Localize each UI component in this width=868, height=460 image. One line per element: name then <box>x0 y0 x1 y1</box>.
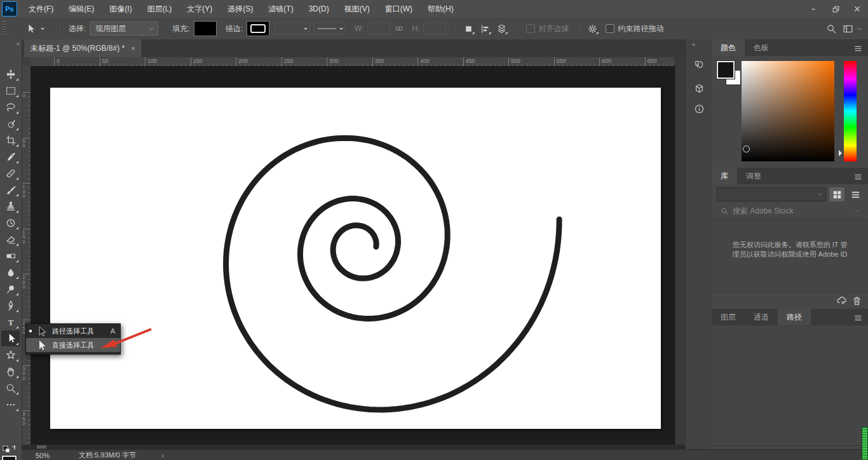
fill-swatch[interactable] <box>194 21 217 36</box>
move-tool-button[interactable] <box>1 66 20 82</box>
eyedropper-tool-button[interactable] <box>1 149 20 165</box>
stroke-swatch[interactable] <box>247 21 269 36</box>
crop-tool-button[interactable] <box>1 132 20 148</box>
marquee-tool-button[interactable] <box>1 83 20 98</box>
menu-s[interactable]: 选择(S) <box>220 0 261 18</box>
tool-preset-caret[interactable] <box>41 28 44 32</box>
constrain-path-label: 约束路径拖动 <box>618 24 663 34</box>
blur-tool-button[interactable] <box>1 264 20 280</box>
zoom-level-field[interactable]: 50% <box>36 452 50 459</box>
search-icon[interactable] <box>823 20 839 37</box>
path-arrangement-button[interactable] <box>493 20 510 37</box>
library-panel: 库调整 搜索 Adobe Stock 您无权访问此服务。请联系您的 IT 管 理… <box>712 168 868 309</box>
paths-tab-路径[interactable]: 路径 <box>778 309 811 325</box>
constrain-path-checkbox[interactable] <box>606 24 614 33</box>
history-brush-tool-button[interactable] <box>1 215 20 231</box>
minimize-button[interactable] <box>803 1 825 17</box>
path-alignment-button[interactable] <box>477 20 493 37</box>
horizontal-scrollbar[interactable] <box>22 445 685 449</box>
more-tools-button[interactable] <box>1 396 20 412</box>
status-chevron-icon[interactable]: › <box>161 452 164 459</box>
toolbar-collapse-icon[interactable]: » <box>17 41 19 47</box>
color-cursor[interactable] <box>743 145 750 152</box>
menu-3dd[interactable]: 3D(D) <box>301 0 337 18</box>
paths-list-empty[interactable] <box>712 325 868 445</box>
arrow-dark-icon <box>37 326 47 336</box>
document-canvas[interactable] <box>50 88 661 429</box>
grid-view-button[interactable] <box>829 187 844 201</box>
gear-icon[interactable] <box>584 20 600 37</box>
color-tab-色板[interactable]: 色板 <box>745 39 778 56</box>
path-operations-button[interactable] <box>460 20 477 37</box>
custom-shape-tool-button[interactable] <box>1 347 20 363</box>
healing-brush-tool-button[interactable] <box>1 165 20 181</box>
hand-tool-button[interactable] <box>1 363 20 379</box>
list-view-button[interactable] <box>848 187 863 201</box>
dodge-tool-button[interactable] <box>1 281 20 297</box>
hue-slider[interactable] <box>844 61 857 161</box>
menu-y[interactable]: 文字(Y) <box>179 0 220 18</box>
path-selection-tool-button[interactable] <box>1 330 20 346</box>
stock-search-field[interactable]: 搜索 Adobe Stock <box>717 204 863 219</box>
pen-tool-button[interactable] <box>1 297 20 313</box>
panel-menu-icon[interactable] <box>853 313 863 325</box>
foreground-background-swatches[interactable] <box>2 456 21 460</box>
menu-f[interactable]: 文件(F) <box>21 0 61 18</box>
clone-stamp-tool-button[interactable] <box>1 198 20 214</box>
history-panel-icon[interactable] <box>689 55 709 74</box>
canvas-pasteboard[interactable] <box>31 66 675 445</box>
vertical-scrollbar[interactable] <box>675 57 686 445</box>
saturation-brightness-field[interactable] <box>742 61 834 161</box>
tab-close-icon[interactable]: × <box>131 44 135 52</box>
tool-preset-button[interactable] <box>22 20 38 37</box>
document-title: 未标题-1 @ 50%(RGB/8#) * <box>31 43 125 54</box>
panel-menu-icon[interactable] <box>853 172 863 184</box>
horizontal-ruler: 050100150200250300350400450500550600650 <box>31 57 675 67</box>
color-tab-颜色[interactable]: 颜色 <box>712 39 745 56</box>
expand-panels-icon[interactable]: « <box>692 41 695 48</box>
options-bar: 选择: 现用图层 填充: 描边: W: H: 对齐边缘 约束路径拖动 <box>0 18 868 40</box>
restore-button[interactable] <box>825 1 846 17</box>
paths-tab-通道[interactable]: 通道 <box>745 309 778 325</box>
menu-l[interactable]: 图层(L) <box>140 0 180 18</box>
zoom-tool-button[interactable] <box>1 380 20 396</box>
type-tool-button[interactable]: T <box>1 314 20 330</box>
menu-h[interactable]: 帮助(H) <box>420 0 461 18</box>
library-tab-库[interactable]: 库 <box>712 168 737 184</box>
workspace-switcher-button[interactable] <box>839 20 856 37</box>
collapsed-panel-strip: « <box>685 39 712 460</box>
workspace-chevron-icon[interactable] <box>856 25 863 32</box>
paths-tab-图层[interactable]: 图层 <box>712 309 745 325</box>
foreground-color-swatch[interactable] <box>2 456 17 460</box>
document-tab[interactable]: 未标题-1 @ 50%(RGB/8#) * × <box>24 39 142 57</box>
menu-e[interactable]: 编辑(E) <box>61 0 102 18</box>
gradient-tool-button[interactable] <box>1 248 20 264</box>
lasso-tool-button[interactable] <box>1 99 20 115</box>
menu-i[interactable]: 图像(I) <box>102 0 139 18</box>
h-ruler-label: 100 <box>145 57 157 66</box>
library-select-dropdown[interactable] <box>717 187 826 201</box>
v-ruler-label: 0 <box>22 92 30 98</box>
menu-t[interactable]: 滤镜(T) <box>261 0 301 18</box>
foreground-color-swatch-panel[interactable] <box>717 61 735 79</box>
eraser-tool-button[interactable] <box>1 231 20 247</box>
menu-v[interactable]: 视图(V) <box>337 0 377 18</box>
trash-icon[interactable] <box>849 292 864 309</box>
default-colors-icon[interactable] <box>3 443 19 452</box>
properties-panel-icon[interactable] <box>689 79 709 98</box>
hue-slider-marker[interactable] <box>839 150 845 156</box>
sync-cloud-icon[interactable] <box>834 292 849 309</box>
quick-selection-tool-button[interactable] <box>1 116 20 132</box>
brush-tool-button[interactable] <box>1 182 20 198</box>
scrollbar-thumb[interactable] <box>37 445 46 449</box>
info-panel-icon[interactable] <box>689 99 709 118</box>
library-tab-调整[interactable]: 调整 <box>737 168 770 184</box>
cloud-disconnected-icon <box>773 227 807 239</box>
panel-menu-icon[interactable] <box>853 44 863 55</box>
select-mode-dropdown[interactable]: 现用图层 <box>90 22 158 36</box>
menu-w[interactable]: 窗口(W) <box>377 0 420 18</box>
ruler-origin-corner[interactable] <box>22 57 31 67</box>
spiral-path-drawing[interactable] <box>50 88 661 429</box>
close-button[interactable] <box>846 1 868 17</box>
photoshop-logo: Ps <box>2 1 17 17</box>
